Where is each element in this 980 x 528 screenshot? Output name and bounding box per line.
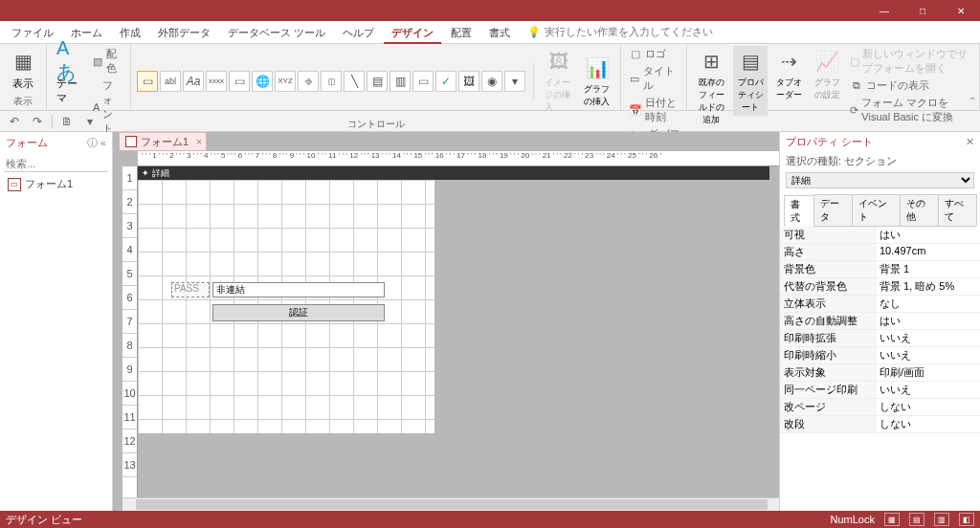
property-value[interactable]: いいえ <box>876 330 980 346</box>
property-selector[interactable]: 詳細 <box>786 172 974 188</box>
ctrl-button[interactable]: xxxx <box>206 71 227 92</box>
property-value[interactable]: 10.497cm <box>876 244 980 260</box>
ptab-all[interactable]: すべて <box>938 194 977 226</box>
ctrl-radio[interactable]: ◉ <box>481 71 502 92</box>
property-row[interactable]: 印刷時縮小いいえ <box>780 347 980 364</box>
logo-button[interactable]: ▢ロゴ <box>627 46 680 62</box>
property-row[interactable]: 高さ10.497cm <box>780 244 980 261</box>
document-tab[interactable]: フォーム1 × <box>119 132 207 151</box>
nav-item-form1[interactable]: ▭ フォーム1 <box>0 174 112 194</box>
nav-header[interactable]: フォーム ⓘ « <box>0 132 112 154</box>
close-button[interactable]: ✕ <box>942 0 980 21</box>
ctrl-combo[interactable]: ⎅ <box>321 71 342 92</box>
maximize-button[interactable]: □ <box>903 0 942 21</box>
property-row[interactable]: 表示対象印刷/画面 <box>780 364 980 382</box>
property-row[interactable]: 改ページしない <box>780 399 980 416</box>
tab-create[interactable]: 作成 <box>112 21 148 44</box>
view-datasheet-button[interactable]: ◧ <box>959 513 974 526</box>
nav-collapse-icon[interactable]: ⓘ « <box>87 136 106 150</box>
tab-order-button[interactable]: ⇢ タブオーダー <box>771 46 806 103</box>
ctrl-link[interactable]: 🌐 <box>252 71 273 92</box>
ctrl-listbox[interactable]: ▥ <box>390 71 411 92</box>
datetime-button[interactable]: 📅日付と時刻 <box>627 95 680 125</box>
ctrl-rect[interactable]: ▭ <box>412 71 434 92</box>
ruler-vertical[interactable]: 12345678910111213 <box>122 166 138 497</box>
ptab-event[interactable]: イベント <box>852 194 900 226</box>
view-design-button[interactable]: ▦ <box>884 513 900 526</box>
section-bar-detail[interactable]: ✦ 詳細 <box>138 166 769 180</box>
tab-file[interactable]: ファイル <box>4 21 61 44</box>
undo-button[interactable]: ↶ <box>6 113 23 130</box>
convert-button[interactable]: ⟳フォーム マクロを Visual Basic に変換 <box>848 95 973 125</box>
ptab-format[interactable]: 書式 <box>784 195 814 227</box>
view-form-button[interactable]: ▤ <box>909 513 924 526</box>
prop-sheet-button[interactable]: ▤ プロパティシート <box>733 46 768 116</box>
property-row[interactable]: 同一ページ印刷いいえ <box>780 382 980 399</box>
form-design-grid[interactable]: PASS 非連結 認証 <box>138 180 434 433</box>
ctrl-more[interactable]: ▾ <box>504 71 525 92</box>
colors-button[interactable]: ▧配色 <box>91 46 124 77</box>
redo-button[interactable]: ↷ <box>29 113 46 130</box>
ctrl-image[interactable]: 🖼 <box>458 71 479 92</box>
property-row[interactable]: 代替の背景色背景 1, 暗め 5% <box>780 278 980 296</box>
nav-search-input[interactable] <box>4 156 108 172</box>
save-button[interactable]: 🗎 <box>58 113 76 130</box>
ribbon-collapse-button[interactable]: ⌃ <box>969 96 976 106</box>
ctrl-nav[interactable]: XYZ <box>275 71 296 92</box>
scrollbar-thumb[interactable] <box>136 499 768 510</box>
view-layout-button[interactable]: ▥ <box>934 513 949 526</box>
ctrl-toggle[interactable]: ▤ <box>367 71 388 92</box>
subform-button[interactable]: ▢新しいウィンドウでサブフォームを開く <box>848 46 973 77</box>
code-button[interactable]: ⧉コードの表示 <box>848 77 973 94</box>
horizontal-scrollbar[interactable] <box>122 497 779 511</box>
property-value[interactable]: 背景 1 <box>876 261 980 277</box>
insert-chart-button[interactable]: 📊 グラフの挿入 <box>580 53 614 110</box>
property-sheet-close[interactable]: ✕ <box>966 136 974 148</box>
property-value[interactable]: しない <box>876 399 980 415</box>
theme-button[interactable]: Aあ テーマ <box>53 46 87 107</box>
ptab-data[interactable]: データ <box>813 194 853 226</box>
button-auth[interactable]: 認証 <box>212 304 385 321</box>
tab-format[interactable]: 書式 <box>481 21 518 44</box>
property-row[interactable]: 背景色背景 1 <box>780 261 980 278</box>
ctrl-tab[interactable]: ▭ <box>229 71 250 92</box>
title-button[interactable]: ▭タイトル <box>627 63 680 94</box>
add-field-button[interactable]: ⊞ 既存のフィールドの追加 <box>693 46 729 128</box>
textbox-pass[interactable]: 非連結 <box>212 282 385 297</box>
chart-settings-button[interactable]: 📈 グラフの設定 <box>810 46 844 103</box>
property-row[interactable]: 印刷時拡張いいえ <box>780 330 980 347</box>
property-value[interactable]: なし <box>876 296 980 312</box>
property-row[interactable]: 立体表示なし <box>780 296 980 313</box>
ctrl-checkbox[interactable]: ✓ <box>435 71 457 92</box>
property-value[interactable]: いいえ <box>876 382 980 398</box>
ctrl-optgroup[interactable]: ⎆ <box>298 71 319 92</box>
tab-arrange[interactable]: 配置 <box>443 21 479 44</box>
ctrl-line[interactable]: ╲ <box>344 71 365 92</box>
ptab-other[interactable]: その他 <box>900 194 939 226</box>
property-value[interactable]: 印刷/画面 <box>876 364 980 381</box>
insert-image-button[interactable]: 🖼 イメージの挿入 <box>541 46 576 116</box>
tab-help[interactable]: ヘルプ <box>335 21 382 44</box>
property-value[interactable]: いいえ <box>876 347 980 363</box>
property-value[interactable]: はい <box>876 227 980 243</box>
property-value[interactable]: 背景 1, 暗め 5% <box>876 278 980 295</box>
document-tab-close[interactable]: × <box>196 136 202 147</box>
tab-design[interactable]: デザイン <box>384 21 441 44</box>
tab-dbtools[interactable]: データベース ツール <box>220 21 333 44</box>
property-row[interactable]: 改段しない <box>780 416 980 433</box>
minimize-button[interactable]: — <box>865 0 903 21</box>
property-value[interactable]: しない <box>876 416 980 432</box>
ctrl-label[interactable]: Aa <box>183 71 204 92</box>
property-row[interactable]: 高さの自動調整はい <box>780 313 980 330</box>
qat-dropdown[interactable]: ▾ <box>81 113 99 130</box>
property-row[interactable]: 可視はい <box>780 227 980 244</box>
view-button[interactable]: ▦ 表示 <box>6 46 40 93</box>
canvas-inner[interactable]: ✦ 詳細 PASS 非連結 認証 <box>138 166 779 497</box>
ctrl-textbox[interactable]: abl <box>160 71 181 92</box>
ruler-horizontal[interactable]: ' ' ' 1 ' ' ' 2 ' ' ' 3 ' ' ' 4 ' ' ' 5 … <box>138 151 779 166</box>
tab-external[interactable]: 外部データ <box>150 21 218 44</box>
field-label-pass[interactable]: PASS <box>171 282 210 297</box>
property-selector-dropdown[interactable]: 詳細 <box>786 172 974 188</box>
ctrl-select[interactable]: ▭ <box>137 71 158 92</box>
tell-me-search[interactable]: 💡 実行したい作業を入力してください <box>527 25 713 39</box>
